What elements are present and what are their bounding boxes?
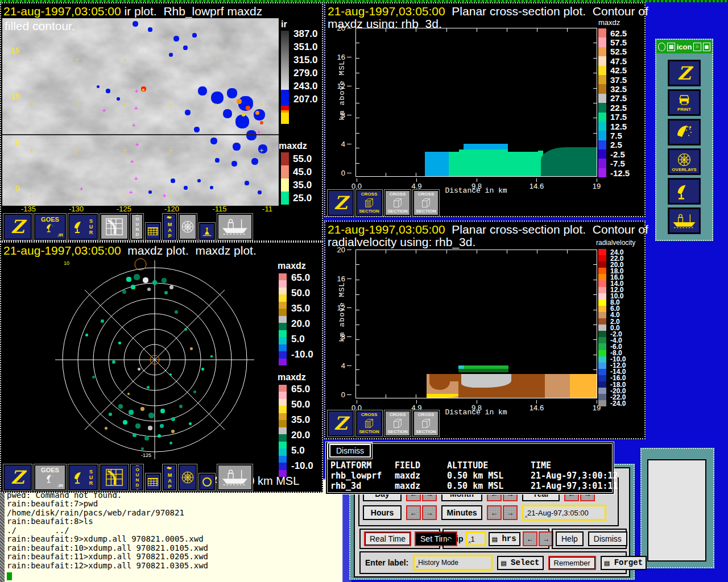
panel-dismiss-button[interactable]: Dismiss	[588, 531, 627, 546]
remember-button[interactable]: Remember	[548, 556, 596, 570]
graticule-cross-icon: +	[75, 147, 80, 154]
graticule-cross-icon: +	[123, 192, 127, 199]
select-menu-button[interactable]: ▤ Select	[497, 556, 543, 570]
radar-ppi-display[interactable]: 10 -125	[2, 257, 276, 468]
minutes-button[interactable]: Minutes	[441, 505, 482, 520]
bounds-button[interactable]: BOUNDS	[131, 464, 143, 490]
terminal-line: /home/disk/rain/pacs/web/radar/970821	[7, 509, 208, 518]
radar-button[interactable]	[668, 178, 700, 204]
zebra-button[interactable]: Z	[668, 60, 700, 86]
skip-row: Skip 1^ ▤ hrs ←→	[446, 531, 553, 546]
cross-section-button[interactable]: CROSS SECTION	[413, 410, 439, 436]
grid-radar-icon	[105, 217, 124, 237]
terminal-output: rain:beaufait:6>pwedpwed: Command not fo…	[7, 482, 208, 570]
zebra-button[interactable]: Z	[328, 410, 354, 436]
colorbar-segment	[279, 456, 287, 463]
grid-radar-button[interactable]	[100, 464, 129, 490]
cross-section-button[interactable]: CROSS SECTION	[413, 190, 439, 216]
surveillance-button[interactable]: SUR	[68, 214, 98, 240]
lat-tick-label: 0	[15, 185, 19, 192]
satellite-button[interactable]	[668, 119, 700, 145]
zebra-button[interactable]: Z	[3, 464, 32, 490]
colorbar-segment	[279, 280, 287, 287]
overlays-button[interactable]	[179, 464, 197, 490]
radar-echo	[147, 288, 151, 291]
printer-icon	[676, 94, 692, 107]
skip-forward-button[interactable]: →	[539, 531, 553, 546]
map-button[interactable]: MAP	[163, 464, 176, 490]
skip-units-menu[interactable]: ▤ hrs	[489, 532, 520, 546]
forget-menu-button[interactable]: ▤ Forget	[601, 556, 647, 570]
icon-window-titlebar[interactable]: ▤ icon ○ ◼	[656, 40, 712, 53]
small-grid-button[interactable]	[146, 473, 160, 490]
cross-section-button[interactable]: CROSS SECTION	[384, 190, 411, 216]
buoy-button[interactable]	[199, 223, 215, 240]
maximize-icon[interactable]: ◼	[703, 43, 710, 51]
cross-section-button-active[interactable]: CROSS SECTION	[356, 190, 382, 216]
contour-region	[464, 144, 508, 149]
xsec1-plot-area[interactable]	[355, 28, 597, 177]
dismiss-button[interactable]: Dismiss	[329, 444, 371, 458]
cube-icon	[362, 417, 376, 430]
hours-decrement-button[interactable]: ←	[406, 505, 421, 520]
help-button[interactable]: Help	[556, 531, 584, 546]
minutes-decrement-button[interactable]: ←	[487, 505, 502, 520]
skip-value-field[interactable]: 1^	[466, 531, 486, 546]
zebra-button[interactable]: Z	[3, 214, 32, 240]
ship-button[interactable]	[217, 464, 253, 490]
empty-list-box[interactable]	[647, 459, 706, 562]
radar-echo	[201, 368, 204, 371]
ship-button[interactable]	[668, 208, 700, 234]
xsec1-title: 21-aug-1997,03:05:00 Planar cross-sectio…	[328, 5, 648, 18]
colorbar-entry: 42.5	[598, 66, 630, 75]
skip-back-button[interactable]: ←	[523, 531, 537, 546]
colorbar-entry: 12.5	[598, 122, 630, 131]
hours-button[interactable]: Hours	[363, 505, 402, 520]
xsec2-plot-area[interactable]	[355, 250, 597, 398]
colorbar-value: 207.0	[293, 94, 318, 107]
map-latitude-line	[2, 134, 279, 135]
goes-ir-button[interactable]: GOES .IR	[34, 214, 66, 240]
goes-ir-button[interactable]: GOES .IR	[34, 464, 66, 490]
colorbar-segment	[279, 351, 287, 358]
ship-icon	[672, 213, 697, 230]
overlay-web-icon	[180, 470, 195, 485]
x-tick: 4.9	[408, 178, 425, 190]
desktop: 21-aug-1997,03:05:00 ir plot. Rhb_lowprf…	[0, 0, 728, 582]
radar-echo	[148, 413, 154, 418]
satellite-stars-icon	[675, 123, 693, 142]
minimize-icon[interactable]: ○	[693, 43, 701, 51]
circle-button[interactable]	[199, 473, 215, 490]
ir-colorbar-title: ir	[281, 19, 287, 30]
xsec2-colorbar: 24.022.020.018.016.014.012.010.08.06.04.…	[598, 249, 626, 406]
minutes-increment-button[interactable]: →	[503, 505, 518, 520]
zebra-button[interactable]: Z	[328, 190, 354, 216]
small-grid-button[interactable]	[146, 223, 160, 240]
colorbar-segment	[279, 448, 287, 455]
window-menu-icon[interactable]	[658, 43, 665, 51]
satellite-image[interactable]: +++++++++++ ++++++++++++++++++++++++ fil…	[2, 18, 279, 206]
surveillance-button[interactable]: SUR	[68, 464, 98, 490]
cross-section-button-active[interactable]: CROSS SECTION	[356, 410, 382, 436]
colorbar-segment	[281, 106, 289, 110]
hours-increment-button[interactable]: →	[422, 505, 437, 520]
map-button[interactable]: MAP	[163, 214, 176, 240]
real-time-button[interactable]: Real Time	[364, 531, 411, 546]
overlays-button[interactable]	[179, 214, 197, 240]
overlays-button[interactable]: OVERLAYS	[668, 149, 700, 174]
graticule-cross-icon: +	[259, 147, 264, 154]
radar-echo	[85, 334, 88, 336]
colorbar-segment	[279, 434, 287, 441]
time-display-field[interactable]: 21-Aug-97,3:05:00^	[522, 505, 606, 521]
window-doc-icon[interactable]: ▤	[667, 43, 675, 51]
contour-region	[459, 149, 508, 152]
circle-icon	[202, 477, 212, 487]
grid-radar-button[interactable]	[100, 214, 129, 240]
label-input-field[interactable]: History Mode^	[413, 555, 493, 571]
bounds-button[interactable]: BOUNDS	[131, 214, 143, 240]
cross-section-button[interactable]: CROSS SECTION	[384, 410, 411, 436]
print-button[interactable]: PRINT	[668, 90, 700, 115]
radar-echo	[158, 434, 161, 438]
ship-button[interactable]	[217, 214, 253, 240]
terminal-window[interactable]: rain:beaufait:6>pwedpwed: Command not fo…	[0, 479, 351, 582]
